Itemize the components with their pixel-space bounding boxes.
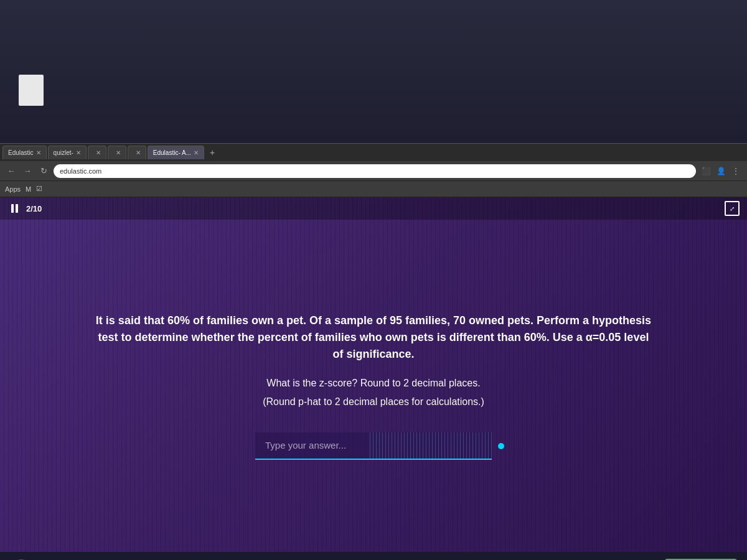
question-main-text: It is said that 60% of families own a pe… xyxy=(93,312,654,363)
desktop-area xyxy=(0,0,747,143)
bookmark-apps-label: Apps xyxy=(5,185,21,193)
tab-active-label: Edulastic- A... xyxy=(153,149,191,156)
question-content: It is said that 60% of families own a pe… xyxy=(0,220,747,552)
expand-button[interactable]: ⤢ xyxy=(725,201,740,216)
reload-button[interactable]: ↻ xyxy=(37,165,50,177)
bookmark-check[interactable]: ☑ xyxy=(36,185,42,193)
toolbar-right: ⤢ xyxy=(725,201,740,216)
browser-tab-1[interactable]: Edulastic ✕ xyxy=(2,146,47,159)
browser-actions: ⬛ 👤 ⋮ xyxy=(700,165,742,177)
browser-tab-active[interactable]: Edulastic- A... ✕ xyxy=(148,146,204,159)
question-sub-text: What is the z-score? Round to 2 decimal … xyxy=(266,378,480,389)
tab-3-close[interactable]: ✕ xyxy=(96,149,101,156)
address-bar-row: ← → ↻ ⬛ 👤 ⋮ xyxy=(0,161,747,181)
quiz-container: 2/10 ⤢ It is said that 60% of families o… xyxy=(0,197,747,552)
tab-1-close[interactable]: ✕ xyxy=(36,149,41,156)
question-hint-text: (Round p-hat to 2 decimal places for cal… xyxy=(263,396,484,408)
answer-area xyxy=(255,432,492,460)
browser-tab-5[interactable]: ✕ xyxy=(128,146,146,159)
forward-button[interactable]: → xyxy=(21,165,34,177)
bookmarks-bar: Apps M ☑ xyxy=(0,181,747,197)
pause-bar-2 xyxy=(16,204,18,213)
tab-1-label: Edulastic xyxy=(8,149,34,156)
browser-tab-2[interactable]: quizlet- ✕ xyxy=(48,146,87,159)
profile-icon[interactable]: 👤 xyxy=(715,165,727,177)
bookmark-m-label: M xyxy=(26,185,31,193)
expand-icon: ⤢ xyxy=(730,205,735,212)
input-wrapper xyxy=(255,432,492,460)
pause-bar-1 xyxy=(11,204,14,213)
tab-2-close[interactable]: ✕ xyxy=(76,149,81,156)
extensions-icon[interactable]: ⬛ xyxy=(700,165,712,177)
browser-tab-3[interactable]: ✕ xyxy=(88,146,106,159)
bookmark-m[interactable]: M xyxy=(26,185,31,193)
quiz-toolbar: 2/10 ⤢ xyxy=(0,197,747,220)
tab-4-close[interactable]: ✕ xyxy=(116,149,121,156)
settings-icon[interactable]: ⋮ xyxy=(730,165,742,177)
back-button[interactable]: ← xyxy=(5,165,17,177)
bookmark-apps[interactable]: Apps xyxy=(5,185,21,193)
desktop-icon xyxy=(19,75,44,106)
tab-2-label: quizlet- xyxy=(54,149,73,156)
answer-dot-indicator xyxy=(498,443,504,449)
tab-active-close[interactable]: ✕ xyxy=(194,149,199,156)
tab-bar: Edulastic ✕ quizlet- ✕ ✕ ✕ ✕ Edulastic- … xyxy=(0,144,747,161)
tab-5-close[interactable]: ✕ xyxy=(136,149,141,156)
answer-input[interactable] xyxy=(255,432,492,460)
bookmark-check-label: ☑ xyxy=(36,185,42,193)
address-input[interactable] xyxy=(54,164,696,178)
new-tab-button[interactable]: + xyxy=(205,146,219,159)
browser-tab-4[interactable]: ✕ xyxy=(108,146,126,159)
question-counter: 2/10 xyxy=(26,204,42,213)
pause-button[interactable] xyxy=(7,202,21,215)
browser-chrome: Edulastic ✕ quizlet- ✕ ✕ ✕ ✕ Edulastic- … xyxy=(0,143,747,197)
bottom-bar: ♪ Music off SUBMIT → xyxy=(0,552,747,560)
